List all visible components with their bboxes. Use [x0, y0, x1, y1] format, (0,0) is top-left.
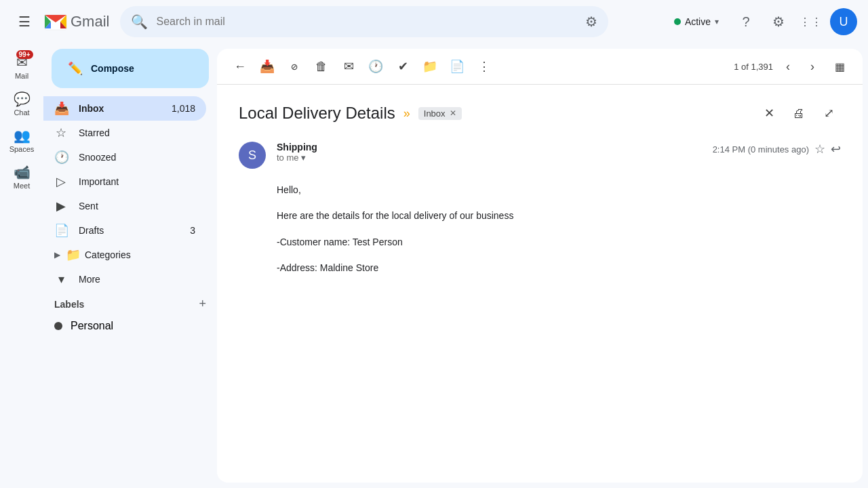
- important-icon: ▷: [54, 174, 68, 189]
- avatar-letter: S: [248, 148, 256, 163]
- star-icon: ☆: [54, 125, 68, 140]
- inbox-icon: 📥: [54, 101, 68, 116]
- star-button[interactable]: ☆: [814, 142, 825, 157]
- mark-unread-button[interactable]: ✉: [336, 54, 361, 79]
- label-item-personal[interactable]: Personal: [43, 314, 206, 338]
- drafts-count: 3: [190, 225, 195, 236]
- label-button[interactable]: 📄: [445, 54, 469, 79]
- active-status-button[interactable]: Active ▾: [666, 11, 727, 33]
- report-icon: ⊘: [291, 60, 298, 73]
- topbar-right: Active ▾ ? ⚙ ⋮⋮ U: [666, 8, 857, 35]
- categories-label: Categories: [85, 249, 195, 260]
- left-nav-strip: ✉ 99+ Mail 💬 Chat 👥 Spaces 📹 Meet: [0, 43, 43, 488]
- sender-row: S Shipping to me ▾ 2:14 PM (0 minutes ag…: [239, 142, 841, 169]
- sidebar: ✏️ Compose 📥 Inbox 1,018 ☆ Starred 🕐 Sno…: [43, 43, 217, 488]
- help-icon: ?: [742, 14, 749, 30]
- label-color-dot: [54, 322, 62, 330]
- add-task-button[interactable]: ✔: [391, 54, 415, 79]
- categories-expand-icon: ▶: [54, 250, 60, 260]
- important-label: Important: [79, 176, 195, 187]
- next-email-button[interactable]: ›: [800, 54, 825, 79]
- sidebar-item-more[interactable]: ▾ More: [43, 267, 206, 291]
- sidebar-item-snoozed[interactable]: 🕐 Snoozed: [43, 145, 206, 169]
- sent-label: Sent: [79, 201, 195, 211]
- sent-icon: ▶: [54, 199, 68, 214]
- gmail-text: Gmail: [71, 13, 109, 30]
- to-dropdown-icon[interactable]: ▾: [301, 152, 306, 163]
- subject-arrow-icon: »: [403, 106, 410, 121]
- meet-icon: 📹: [14, 164, 31, 180]
- menu-button[interactable]: ☰: [11, 8, 38, 35]
- snoozed-label: Snoozed: [79, 152, 195, 163]
- add-label-button[interactable]: +: [199, 297, 206, 311]
- user-avatar[interactable]: U: [830, 8, 857, 35]
- email-nav-arrows: ‹ ›: [776, 54, 825, 79]
- page-info: 1 of 1,391: [734, 62, 773, 72]
- search-icon: 🔍: [131, 14, 148, 30]
- back-button[interactable]: ←: [228, 54, 252, 79]
- search-options-icon[interactable]: ⚙: [585, 14, 597, 30]
- snooze-button[interactable]: 🕐: [363, 54, 388, 79]
- spaces-label: Spaces: [9, 145, 35, 153]
- move-button[interactable]: 📁: [418, 54, 442, 79]
- reply-button[interactable]: ↩: [831, 142, 841, 157]
- sender-to: to me ▾: [277, 152, 702, 163]
- body-line-2: Here are the details for the local deliv…: [277, 208, 841, 223]
- menu-icon: ☰: [18, 14, 31, 30]
- sidebar-item-categories[interactable]: ▶ 📁 Categories: [43, 243, 206, 267]
- label-icon: 📄: [450, 59, 465, 74]
- more-options-button[interactable]: ⋮: [472, 54, 496, 79]
- sidebar-item-important[interactable]: ▷ Important: [43, 169, 206, 194]
- email-content-area: ← 📥 ⊘ 🗑 ✉ 🕐 ✔ 📁 📄: [217, 49, 863, 483]
- inbox-tag-remove[interactable]: ✕: [450, 108, 456, 118]
- active-dot: [674, 18, 681, 25]
- labels-title: Labels: [54, 299, 84, 310]
- drafts-label: Drafts: [79, 225, 179, 236]
- settings-button[interactable]: ⚙: [765, 8, 792, 35]
- move-icon: 📁: [422, 59, 437, 74]
- print-button[interactable]: 🖨: [787, 101, 811, 125]
- compose-button[interactable]: ✏️ Compose: [52, 49, 209, 88]
- email-subject: Local Delivery Details: [239, 104, 395, 123]
- sidebar-item-starred[interactable]: ☆ Starred: [43, 121, 206, 145]
- mail-icon: ✉ 99+: [16, 54, 28, 70]
- search-input[interactable]: [156, 16, 577, 28]
- report-spam-button[interactable]: ⊘: [282, 54, 307, 79]
- gmail-logo: Gmail: [43, 12, 109, 31]
- prev-icon: ‹: [786, 60, 790, 74]
- delete-button[interactable]: 🗑: [309, 54, 334, 79]
- archive-button[interactable]: 📥: [255, 54, 279, 79]
- sidebar-item-meet[interactable]: 📹 Meet: [0, 159, 43, 195]
- sidebar-item-mail[interactable]: ✉ 99+ Mail: [0, 49, 43, 85]
- body-line-1: Hello,: [277, 182, 841, 197]
- meet-label: Meet: [14, 182, 30, 190]
- search-bar: 🔍 ⚙: [120, 6, 608, 37]
- more-icon: ⋮: [478, 59, 490, 74]
- sidebar-item-sent[interactable]: ▶ Sent: [43, 194, 206, 218]
- chat-icon: 💬: [14, 91, 31, 107]
- inbox-count: 1,018: [172, 103, 195, 114]
- apps-button[interactable]: ⋮⋮: [797, 8, 825, 35]
- next-icon: ›: [810, 60, 814, 74]
- more-label: More: [79, 274, 195, 285]
- inbox-label: Inbox: [79, 103, 161, 114]
- active-label: Active: [685, 16, 711, 27]
- select-button[interactable]: ▦: [827, 54, 852, 79]
- help-button[interactable]: ?: [732, 8, 760, 35]
- mail-label: Mail: [15, 72, 28, 80]
- sidebar-item-drafts[interactable]: 📄 Drafts 3: [43, 218, 206, 243]
- expand-button[interactable]: ⤢: [816, 101, 841, 125]
- apps-icon: ⋮⋮: [800, 16, 823, 28]
- inbox-tag: Inbox ✕: [418, 107, 462, 120]
- inbox-tag-label: Inbox: [424, 108, 446, 119]
- drafts-icon: 📄: [54, 223, 68, 238]
- body-line-4: -Address: Maldine Store: [277, 260, 841, 275]
- sidebar-item-inbox[interactable]: 📥 Inbox 1,018: [43, 96, 206, 121]
- sidebar-item-chat[interactable]: 💬 Chat: [0, 85, 43, 122]
- close-email-button[interactable]: ✕: [757, 101, 781, 125]
- mark-unread-icon: ✉: [344, 59, 354, 74]
- sidebar-item-spaces[interactable]: 👥 Spaces: [0, 122, 43, 159]
- archive-icon: 📥: [260, 59, 275, 74]
- prev-email-button[interactable]: ‹: [776, 54, 800, 79]
- categories-icon: 📁: [66, 247, 79, 262]
